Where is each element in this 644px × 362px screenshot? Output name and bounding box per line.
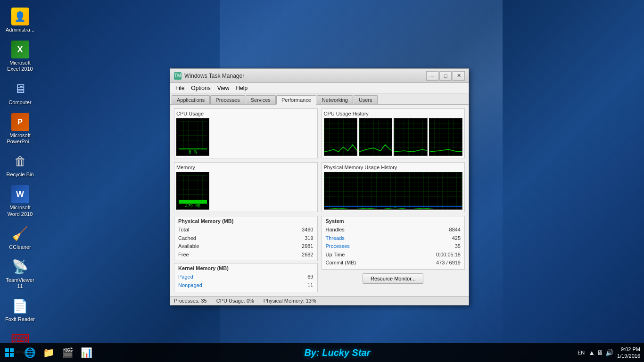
km-paged-val: 69 xyxy=(307,273,313,281)
performance-content: CPU Usage 0 % CPU Usage History xyxy=(170,105,469,296)
pm-available-label: Available xyxy=(178,242,199,251)
maximize-button[interactable]: □ xyxy=(439,71,452,81)
status-processes: Processes: 35 xyxy=(174,298,207,304)
sys-processes-row: Processes 35 xyxy=(326,242,461,251)
physical-memory-stats-title: Physical Memory (MB) xyxy=(178,218,314,224)
icon-label-excel: Microsoft Excel 2010 xyxy=(5,60,35,72)
cpu-history-chart-3 xyxy=(394,118,427,156)
desktop-icon-powerpoint[interactable]: P Microsoft PowerPoi... xyxy=(2,110,38,147)
tray-arrow-icon[interactable]: ▲ xyxy=(588,349,595,356)
cpu-percentage: 0 % xyxy=(178,149,208,155)
sys-threads-val: 425 xyxy=(452,234,461,243)
tab-performance[interactable]: Performance xyxy=(276,95,316,105)
svg-rect-4 xyxy=(10,353,14,357)
taskbar-explorer[interactable]: 📁 xyxy=(40,344,58,362)
desktop-icon-ccleaner[interactable]: 🧹 CCleaner xyxy=(2,222,38,253)
menu-file[interactable]: File xyxy=(173,84,187,92)
svg-rect-2 xyxy=(10,348,14,352)
taskmanager-window: TM Windows Task Manager ─ □ ✕ File Optio… xyxy=(170,68,469,305)
chart-svg-4 xyxy=(429,119,462,156)
cpu-bar-container xyxy=(179,121,207,149)
pm-cached-val: 319 xyxy=(305,234,313,243)
pm-cached-row: Cached 319 xyxy=(178,234,314,243)
pm-available-row: Available 2981 xyxy=(178,242,314,251)
icon-label-ccleaner: CCleaner xyxy=(9,244,31,250)
system-tray: ▲ 🖥 🔊 xyxy=(588,349,613,356)
pm-total-val: 3460 xyxy=(302,226,313,234)
desktop-icon-teamviewer[interactable]: 📡 TeamViewer 11 xyxy=(2,255,38,292)
taskmanager-title: Windows Task Manager xyxy=(184,73,244,79)
km-paged-label: Paged xyxy=(178,273,193,281)
tab-applications[interactable]: Applications xyxy=(172,95,210,104)
resource-monitor-button[interactable]: Resource Monitor... xyxy=(363,273,423,284)
chart-svg-2 xyxy=(359,119,392,156)
sys-uptime-row: Up Time 0:00:05:18 xyxy=(326,251,461,259)
titlebar-left: TM Windows Task Manager xyxy=(174,72,244,80)
kernel-memory-title: Kernel Memory (MB) xyxy=(178,265,314,271)
minimize-button[interactable]: ─ xyxy=(426,71,438,81)
tab-services[interactable]: Services xyxy=(246,95,276,104)
desktop-icon-recycle[interactable]: 🗑 Recycle Bin xyxy=(2,149,38,180)
desktop-icon-administrator[interactable]: 👤 Administra... xyxy=(2,5,38,35)
taskbar-media[interactable]: 🎬 xyxy=(58,344,76,362)
language-indicator[interactable]: EN xyxy=(578,350,585,355)
cpu-history-chart-1 xyxy=(324,118,357,156)
km-nonpaged-row: Nonpaged 11 xyxy=(178,281,314,290)
icon-label-foxit: Foxit Reader xyxy=(5,316,35,322)
taskbar-taskmanager[interactable]: 📊 xyxy=(77,344,95,362)
tray-speaker-icon[interactable]: 🔊 xyxy=(605,349,613,356)
tray-network-icon[interactable]: 🖥 xyxy=(597,349,603,356)
stats-section: Physical Memory (MB) Total 3460 Cached 3… xyxy=(174,216,465,292)
desktop-icon-excel[interactable]: X Microsoft Excel 2010 xyxy=(2,38,38,74)
icon-label-word: Microsoft Word 2010 xyxy=(5,205,35,217)
status-memory: Physical Memory: 13% xyxy=(264,298,316,304)
pm-free-label: Free xyxy=(178,251,189,259)
menubar: File Options View Help xyxy=(170,83,469,94)
menu-view[interactable]: View xyxy=(215,84,232,92)
sys-processes-val: 35 xyxy=(455,242,461,251)
sys-processes-label: Processes xyxy=(326,242,350,251)
cpu-history-chart-2 xyxy=(359,118,392,156)
tab-users[interactable]: Users xyxy=(354,95,378,104)
clock-time: 9:02 PM xyxy=(617,346,640,353)
physical-memory-history-box: Physical Memory Usage History xyxy=(322,162,465,212)
memory-value: 479 MB xyxy=(178,204,208,208)
physical-memory-stats: Physical Memory (MB) Total 3460 Cached 3… xyxy=(174,216,318,292)
taskbar-right: EN ▲ 🖥 🔊 9:02 PM 1/19/2016 xyxy=(578,346,644,360)
pm-total-row: Total 3460 xyxy=(178,226,314,234)
system-stats-box: System Handles 8844 Threads 425 Processe… xyxy=(322,216,465,270)
cpu-history-chart-4 xyxy=(429,118,462,156)
chart-svg-3 xyxy=(394,119,427,156)
menu-options[interactable]: Options xyxy=(188,84,213,92)
mem-bar-container xyxy=(179,175,207,204)
pm-total-label: Total xyxy=(178,226,189,234)
memory-history-chart xyxy=(324,172,463,210)
tab-processes[interactable]: Processes xyxy=(210,95,245,104)
start-button[interactable] xyxy=(0,343,19,362)
svg-rect-1 xyxy=(5,348,9,352)
desktop-icon-word[interactable]: W Microsoft Word 2010 xyxy=(2,182,38,219)
cpu-history-title: CPU Usage History xyxy=(324,111,463,116)
sys-commit-label: Commit (MB) xyxy=(326,259,356,267)
status-cpu: CPU Usage: 0% xyxy=(216,298,254,304)
desktop: 👤 Administra... X Microsoft Excel 2010 🖥… xyxy=(0,0,644,362)
pm-free-row: Free 2682 xyxy=(178,251,314,259)
taskbar-ie[interactable]: 🌐 xyxy=(21,344,39,362)
sys-threads-row: Threads 425 xyxy=(326,234,461,243)
desktop-icon-computer[interactable]: 🖥 Computer xyxy=(2,77,38,108)
taskbar: 🌐 📁 🎬 📊 By: Lucky Star EN ▲ 🖥 🔊 9:02 PM … xyxy=(0,343,644,362)
pm-available-val: 2981 xyxy=(302,242,313,251)
taskmanager-icon: TM xyxy=(174,72,182,80)
system-clock[interactable]: 9:02 PM 1/19/2016 xyxy=(617,346,640,360)
menu-help[interactable]: Help xyxy=(233,84,251,92)
pm-cached-label: Cached xyxy=(178,234,196,243)
taskmanager-titlebar: TM Windows Task Manager ─ □ ✕ xyxy=(170,69,469,83)
close-button[interactable]: ✕ xyxy=(453,71,465,81)
cpu-history-charts xyxy=(324,118,463,156)
icon-label-administrator: Administra... xyxy=(6,27,34,33)
mem-bar xyxy=(179,200,207,204)
desktop-icon-foxit[interactable]: 📄 Foxit Reader xyxy=(2,294,38,325)
tab-networking[interactable]: Networking xyxy=(317,95,353,104)
sys-commit-val: 473 / 6919 xyxy=(436,259,461,267)
system-stats: System Handles 8844 Threads 425 Processe… xyxy=(322,216,465,292)
